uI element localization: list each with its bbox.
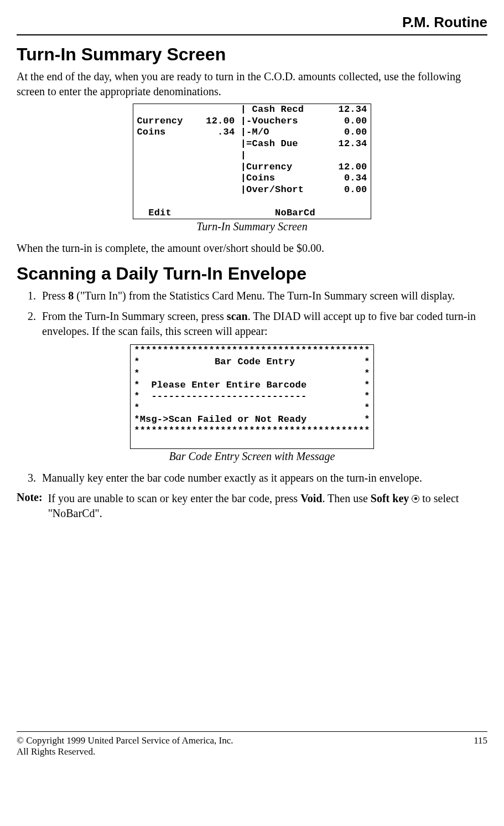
step-3: Manually key enter the bar code number e… (39, 471, 487, 486)
footer-copyright: © Copyright 1999 United Parcel Service o… (17, 735, 233, 746)
page-header: P.M. Routine (17, 14, 487, 35)
step2-key: scan (227, 310, 248, 322)
footer-page-number: 115 (474, 735, 487, 757)
note-softkey: Soft key (371, 492, 409, 504)
softkey-icon (412, 492, 419, 504)
note-text-b: . Then use (322, 492, 370, 504)
step2-text-a: From the Turn-In Summary screen, press (42, 310, 227, 322)
note-body: If you are unable to scan or key enter t… (48, 491, 487, 521)
intro-paragraph: At the end of the day, when you are read… (17, 69, 487, 99)
step1-text-b: ("Turn In") from the Statistics Card Men… (74, 290, 455, 302)
footer-rights: All Rights Reserved. (17, 746, 233, 757)
note-label: Note: (17, 491, 48, 521)
section-heading-turnin: Turn-In Summary Screen (17, 44, 487, 65)
note-void: Void (300, 492, 322, 504)
barcode-entry-caption: Bar Code Entry Screen with Message (17, 450, 487, 463)
section-heading-scanning: Scanning a Daily Turn-In Envelope (17, 264, 487, 284)
step-2: From the Turn-In Summary screen, press s… (39, 309, 487, 339)
step1-text-a: Press (42, 290, 68, 302)
page-footer: © Copyright 1999 United Parcel Service o… (17, 731, 487, 757)
step-1: Press 8 ("Turn In") from the Statistics … (39, 288, 487, 303)
turnin-summary-caption: Turn-In Summary Screen (17, 220, 487, 233)
note-text-a: If you are unable to scan or key enter t… (48, 492, 300, 504)
barcode-entry-screen: ****************************************… (130, 344, 373, 449)
step1-key: 8 (68, 290, 74, 302)
turnin-summary-screen: | Cash Recd 12.34 Currency 12.00 |-Vouch… (133, 104, 371, 219)
note-block: Note: If you are unable to scan or key e… (17, 491, 487, 521)
after-paragraph: When the turn-in is complete, the amount… (17, 241, 487, 256)
